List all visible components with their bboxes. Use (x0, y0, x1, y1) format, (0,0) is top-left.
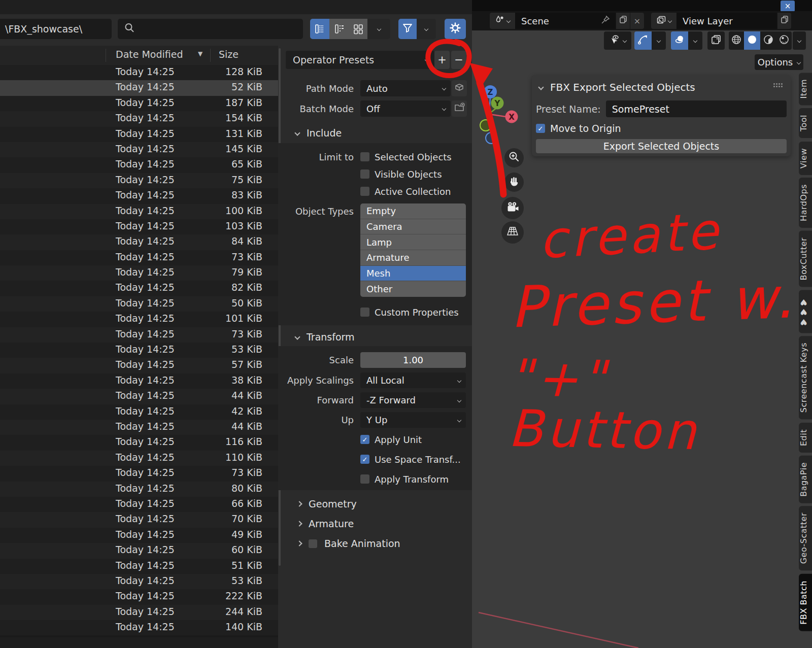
file-row[interactable]: Today 14:25 79 KiB (0, 265, 278, 281)
selectability-dropdown[interactable] (604, 31, 631, 50)
file-row[interactable]: Today 14:25 73 KiB (0, 466, 278, 481)
export-selected-objects-button[interactable]: Export Selected Objects (536, 139, 787, 153)
sidebar-tab[interactable]: Edit (799, 423, 812, 453)
checkbox-icon[interactable] (360, 474, 369, 484)
checkbox-icon[interactable] (360, 308, 369, 317)
checkbox-icon[interactable] (536, 124, 545, 133)
file-row[interactable]: Today 14:25 80 KiB (0, 482, 278, 497)
sidebar-tab[interactable]: BoxCutter (799, 231, 812, 287)
collapsed-section-header[interactable]: Armature (278, 516, 472, 531)
up-select[interactable]: Y Up (360, 412, 466, 428)
object-type-item[interactable]: Lamp (360, 234, 466, 250)
transform-checkbox-row[interactable]: Use Space Transf... (360, 452, 461, 466)
unlink-scene-button[interactable]: × (630, 13, 644, 29)
file-row[interactable]: Today 14:25 73 KiB (0, 250, 278, 265)
file-row[interactable]: Today 14:25 154 KiB (0, 111, 278, 126)
apply-scalings-select[interactable]: All Local (360, 372, 466, 388)
new-folder-button[interactable] (452, 100, 467, 117)
copy-path-button[interactable] (452, 80, 467, 96)
column-date-modified[interactable]: Date Modified (116, 49, 183, 60)
file-row[interactable]: Today 14:25 187 KiB (0, 96, 278, 111)
overlays-dropdown[interactable] (688, 31, 702, 50)
column-size[interactable]: Size (219, 49, 239, 60)
file-row[interactable]: Today 14:25 84 KiB (0, 234, 278, 250)
fbx-panel-header[interactable]: FBX Export Selected Objects (539, 81, 695, 93)
gizmo-toggle-button[interactable] (634, 31, 652, 50)
object-type-item[interactable]: Camera (360, 219, 466, 235)
zoom-view-button[interactable] (504, 148, 524, 167)
xray-toggle-button[interactable] (707, 31, 725, 50)
file-row[interactable]: Today 14:25 103 KiB (0, 219, 278, 234)
move-to-origin-row[interactable]: Move to Origin (536, 123, 621, 134)
file-row[interactable]: Today 14:25 51 KiB (0, 559, 278, 574)
vertical-list-view-button[interactable] (310, 19, 329, 39)
object-type-item[interactable]: Mesh (360, 266, 466, 282)
viewport-region[interactable]: × Scene (472, 0, 812, 648)
checkbox-icon[interactable] (360, 435, 369, 444)
file-row[interactable]: Today 14:25 145 KiB (0, 142, 278, 157)
file-row[interactable]: Today 14:25 100 KiB (0, 204, 278, 219)
limit-checkbox-row[interactable]: Active Collection (360, 184, 451, 198)
include-section-header[interactable]: Include (278, 125, 472, 141)
path-mode-select[interactable]: Auto (360, 80, 451, 96)
scene-name-field[interactable]: Scene (515, 13, 616, 29)
scale-value-slider[interactable]: 1.00 (360, 352, 466, 368)
pin-icon[interactable] (600, 15, 611, 27)
file-row[interactable]: Today 14:25 44 KiB (0, 389, 278, 404)
file-row[interactable]: Today 14:25 53 KiB (0, 574, 278, 589)
transform-checkbox-row[interactable]: Apply Unit (360, 432, 422, 447)
preset-name-input[interactable]: SomePreset (606, 100, 787, 117)
gizmo-minus-z-axis[interactable] (486, 132, 497, 144)
sidebar-tab[interactable]: Item (799, 73, 812, 105)
file-row[interactable]: Today 14:25 83 KiB (0, 188, 278, 203)
object-type-item[interactable]: Other (360, 281, 466, 297)
file-row[interactable]: Today 14:25 110 KiB (0, 451, 278, 466)
file-row[interactable]: Today 14:25 75 KiB (0, 173, 278, 188)
file-row[interactable]: Today 14:25 65 KiB (0, 157, 278, 173)
object-type-item[interactable]: Armature (360, 250, 466, 266)
file-row[interactable]: Today 14:25 101 KiB (0, 312, 278, 327)
file-row[interactable]: Today 14:25 52 KiB (0, 80, 278, 95)
view-layer-name-field[interactable]: View Layer (676, 13, 777, 29)
operator-presets-dropdown[interactable]: Operator Presets (286, 51, 434, 69)
search-input[interactable] (118, 19, 303, 39)
sidebar-tab[interactable]: Tool (799, 108, 812, 138)
batch-mode-select[interactable]: Off (360, 100, 451, 117)
checkbox-icon[interactable] (309, 539, 317, 548)
transform-section-header[interactable]: Transform (278, 329, 472, 345)
file-row[interactable]: Today 14:25 131 KiB (0, 127, 278, 142)
file-row[interactable]: Today 14:25 60 KiB (0, 543, 278, 558)
sidebar-tab[interactable]: ♥♥♥ (799, 290, 812, 333)
collapsed-section-header[interactable]: Bake Animation (278, 536, 472, 551)
options-button[interactable]: Options (755, 54, 803, 70)
new-scene-button[interactable] (616, 13, 630, 29)
camera-view-button[interactable] (501, 197, 524, 219)
drag-grip-icon[interactable] (773, 83, 784, 88)
wireframe-shading-button[interactable] (729, 31, 744, 50)
checkbox-icon[interactable] (360, 455, 369, 464)
forward-select[interactable]: -Z Forward (360, 392, 466, 408)
file-row[interactable]: Today 14:25 42 KiB (0, 404, 278, 420)
detail-list-view-button[interactable] (329, 19, 349, 39)
display-settings-dropdown[interactable] (367, 19, 390, 39)
remove-preset-button[interactable]: − (451, 51, 466, 69)
navigation-gizmo[interactable]: Z Y X (472, 81, 523, 147)
custom-properties-row[interactable]: Custom Properties (360, 305, 459, 319)
close-tab-button[interactable]: × (781, 1, 795, 12)
file-row[interactable]: Today 14:25 44 KiB (0, 420, 278, 435)
file-row[interactable]: Today 14:25 38 KiB (0, 373, 278, 389)
file-row[interactable]: Today 14:25 244 KiB (0, 605, 278, 620)
solid-shading-button[interactable] (744, 31, 760, 50)
file-row[interactable]: Today 14:25 73 KiB (0, 327, 278, 343)
sort-descending-icon[interactable]: ▼ (198, 50, 202, 57)
checkbox-icon[interactable] (360, 152, 369, 161)
overlays-toggle-button[interactable] (671, 31, 688, 50)
sidebar-tab[interactable]: FBX Batch (799, 574, 812, 631)
file-row[interactable]: Today 14:25 116 KiB (0, 435, 278, 450)
pan-view-button[interactable] (504, 173, 524, 192)
perspective-toggle-button[interactable] (501, 221, 524, 244)
checkbox-icon[interactable] (360, 169, 369, 179)
filter-button[interactable] (398, 19, 417, 39)
file-row[interactable]: Today 14:25 66 KiB (0, 497, 278, 512)
file-row[interactable]: Today 14:25 49 KiB (0, 528, 278, 543)
